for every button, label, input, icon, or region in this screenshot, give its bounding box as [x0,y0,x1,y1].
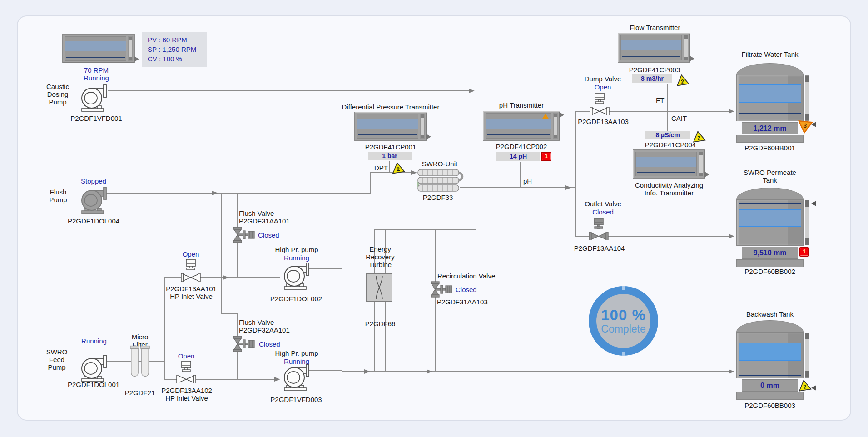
filtrate-tank-base [736,135,804,143]
dpt-warning-icon[interactable]: 2 [391,161,405,174]
permeate-tank-water [739,209,801,227]
hp-pump1-status: Running [272,254,322,262]
backwash-tank-body [736,332,804,378]
permeate-tank-alarm-badge[interactable]: 1 [799,247,809,257]
flush-pump-id: P2GDF1DOL004 [60,217,127,225]
cait-title: Conductivity AnalyzingInfo. Transmitter [630,181,708,197]
ph-tap-label: pH [523,177,537,185]
gauge-face: 100 % Complete [596,294,650,348]
filtrate-tank-water [739,84,801,103]
hp-inlet-valve2-id: P2GDF13AA102HP Inlet Valve [158,387,216,402]
flow-trend-display[interactable] [618,33,690,63]
energy-recovery-turbine-icon[interactable] [366,273,392,302]
permeate-tank[interactable]: 9,510 mm [736,188,804,267]
gauge-value: 100 % [601,307,646,324]
outlet-valve-id: P2GDF13AA104 [571,244,628,252]
flush-valve2-icon[interactable] [231,336,256,352]
ph-display-alarm-icon [542,114,549,119]
trend-scrollbar[interactable] [128,36,133,61]
turbine-label: EnergyRecoveryTurbine [362,245,398,268]
permeate-tank-id: P2GDF60BB002 [735,268,805,275]
flush-valve1-icon[interactable] [231,227,256,243]
caustic-dosing-pump-icon[interactable] [78,84,109,112]
gauge-notch-bottom [622,352,625,356]
feed-pump-label: SWROFeedPump [42,348,72,371]
hp-pump2-id: P2GDF1VFD003 [269,396,323,403]
outlet-valve-label: Outlet Valve [579,200,627,208]
hp-inlet-valve1-id: P2GDF13AA101HP Inlet Valve [162,285,220,300]
dpt-trend-display[interactable] [354,112,427,141]
backwash-tank-title: Backwash Tank [730,310,809,318]
gauge-notch-top [622,286,625,290]
recirc-valve-icon[interactable] [429,281,453,298]
backwash-tank-level-line [739,375,801,376]
backwash-tank-water [739,343,801,361]
flush-valve2-label: Flush ValveP2GDF32AA101 [239,318,300,334]
cait-trend-scrollbar[interactable] [699,152,703,176]
cait-trend-display[interactable] [633,149,705,179]
flow-trend-pointer-icon [689,55,698,62]
ph-trend-scrollbar[interactable] [553,113,558,139]
filtrate-tank-body [736,75,804,121]
hp-pump2-label: High Pr. pump [272,349,322,357]
filtrate-tank-alarm-icon[interactable]: 3 [797,119,813,134]
ph-alarm-badge[interactable]: 1 [541,152,551,161]
pv-value: PV : 60 RPM [148,35,207,45]
hp-inlet-valve1-icon[interactable] [181,259,201,282]
turbine-id: P2GDF66 [362,320,398,328]
ph-value[interactable]: 14 pH [496,152,540,161]
hp-inlet-valve2-status: Open [175,352,198,360]
caustic-pump-status: Running [60,74,133,82]
caustic-pump-rpm: 70 RPM [60,66,133,74]
hp-inlet-valve2-icon[interactable] [176,361,196,383]
dump-valve-icon[interactable] [590,93,610,115]
permeate-tank-level-value[interactable]: 9,510 mm [742,247,798,259]
flow-title: Flow Transmitter [627,24,683,31]
dpt-value[interactable]: 1 bar [368,152,412,160]
vfd-trend-display[interactable] [62,34,135,63]
backwash-tank-level-value[interactable]: 0 mm [742,379,798,392]
permeate-tank-level-pointer-icon [808,201,816,206]
flow-trend-scrollbar[interactable] [684,35,688,60]
backwash-tank[interactable]: 0 mm [736,320,804,400]
permeate-tank-title: SWRO PermeateTank [736,169,804,184]
micro-filter-icon[interactable] [129,345,150,379]
cait-value[interactable]: 8 µS/cm [645,131,690,139]
flush-pump-icon[interactable] [78,186,109,214]
swro-feed-pump-icon[interactable] [78,354,109,382]
dpt-id: P2GDF41CP001 [362,143,419,151]
filtrate-tank-level-line [739,113,801,114]
flow-value[interactable]: 8 m3/hr [632,74,672,83]
dpt-title: Differential Pressure Transmitter [335,103,446,111]
hp-pump2-icon[interactable] [281,363,312,391]
dump-valve-label: Dump Valve [580,75,625,83]
ph-trend-display[interactable] [483,111,560,141]
dpt-trend-pointer-icon [426,134,434,140]
hp-pump1-icon[interactable] [281,262,312,290]
swro-membrane-unit-icon[interactable] [417,169,464,192]
recirc-valve-status: Closed [456,286,483,293]
filtrate-tank-level-value[interactable]: 1,212 mm [742,122,798,134]
hp-pump1-id: P2GDF1DOL002 [269,295,323,303]
filtrate-tank-level-bar[interactable] [805,75,809,121]
swro-unit-id: P2GDF33 [417,194,459,201]
trend-screen [65,36,126,61]
caustic-pump-id: P2GDF1VFD001 [63,114,130,122]
flush-pump-status: Stopped [57,177,130,185]
dpt-tap-label: DPT [372,164,388,172]
backwash-tank-level-bar[interactable] [805,333,809,378]
flow-warning-icon[interactable]: 2 [675,73,689,87]
permeate-tank-dome [736,188,804,199]
backwash-tank-warning-icon[interactable]: 2 [797,378,812,392]
cait-id: P2GDF41CP004 [642,141,699,149]
permeate-tank-level-bar[interactable] [805,200,809,245]
dpt-trend-scrollbar[interactable] [420,114,425,139]
filtrate-tank[interactable]: 1,212 mm [736,63,804,143]
outlet-valve-icon[interactable] [589,218,609,240]
micro-filter-id: P2GDF21 [124,389,156,397]
cait-trend-pointer-icon [704,171,713,178]
completion-gauge[interactable]: 100 % Complete [589,286,658,356]
ph-trend-pointer-icon [559,112,567,118]
turbine-rotor-icon [367,274,392,301]
recirc-valve-label: Recirculation Valve [437,272,506,280]
